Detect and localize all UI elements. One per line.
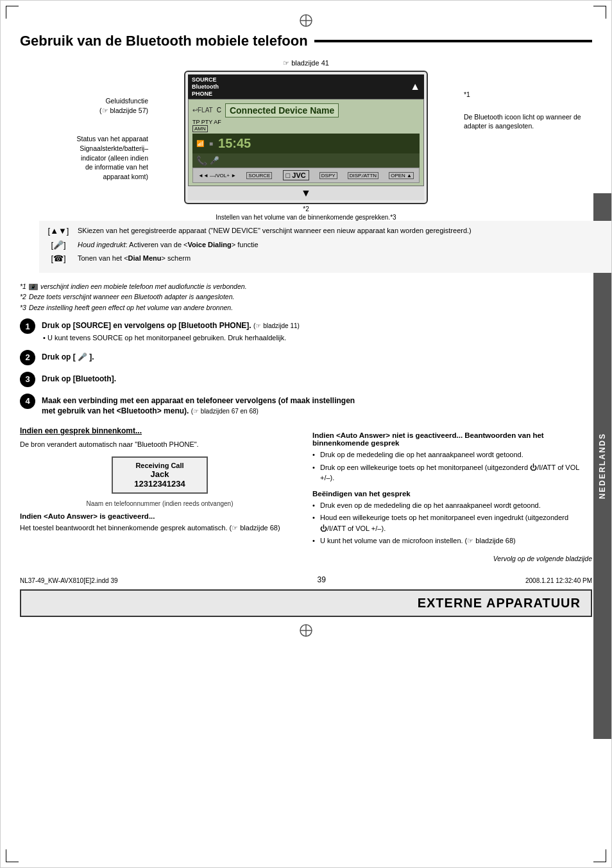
col-right: Indien <Auto Answer> niet is geactiveerd… <box>312 426 592 548</box>
nav-desc-mic: Houd ingedrukt: Activeren van de <Voice … <box>78 240 611 250</box>
step-1-number: 1 <box>20 318 35 334</box>
step-2-strong: Druk op [ 🎤 ]. <box>42 352 94 361</box>
step-3-number: 3 <box>20 372 35 387</box>
status-text: Status van het apparaatSignaalsterkte/ba… <box>77 135 149 180</box>
jvc-logo: □ JVC <box>283 170 309 180</box>
left-section-title: Indien een gesprek binnenkomt... <box>20 426 300 435</box>
down-arrow: ▼ <box>301 187 311 198</box>
bullet-1-1: Druk op een willekeurige toets op het mo… <box>312 462 592 483</box>
dspy-btn: DSPY <box>319 172 337 179</box>
nav-symbol-phone: [☎] <box>39 254 78 263</box>
receiving-call-caption: Naam en telefoonnummer (indien reeds ont… <box>20 500 300 507</box>
left-label-geluidsfunctie: Geluidsfunctie(☞ bladzijde 57) <box>20 96 148 115</box>
device-screen: ↩FLAT C Connected Device Name TP PTY AF … <box>188 99 424 186</box>
bullet-1-0: Druk op de mededeling die op het aanraak… <box>312 449 592 460</box>
reg-mark-br <box>593 849 606 862</box>
houd-text: Houd ingedrukt <box>78 241 126 248</box>
right-title-2: Beëindigen van het gesprek <box>312 490 592 498</box>
title-text: Gebruik van de Bluetooth mobiele telefoo… <box>20 33 308 49</box>
diagram-area: ☞ bladzijde 41 Geluidsfunctie(☞ bladzijd… <box>20 59 592 273</box>
footnote-1-icon: 📱 <box>29 282 38 291</box>
device-icons-row: 📞 🎤 <box>192 153 420 168</box>
amn-label: AMN <box>192 125 208 132</box>
externe-banner-container: EXTERNE APPARATUUR <box>20 589 592 617</box>
col-left: Indien een gesprek binnenkomt... De bron… <box>20 426 300 548</box>
footnote-2: *2 Deze toets verschijnt wanneer een Blu… <box>20 293 592 302</box>
bullets-2: Druk even op de mededeling die op het aa… <box>312 500 592 546</box>
externe-banner: EXTERNE APPARATUUR <box>20 589 592 617</box>
source-btn: SOURCE <box>246 172 272 179</box>
bluetooth-desc: De Bluetooth icoon licht op wanneer de a… <box>464 113 581 130</box>
footnote-1: *1 📱 verschijnt indien een mobiele telef… <box>20 282 592 291</box>
time-area: 📶 ■ 15:45 <box>192 134 420 153</box>
left-labels: Geluidsfunctie(☞ bladzijde 57) Status va… <box>20 71 148 191</box>
receiving-call-number: 12312341234 <box>121 479 199 489</box>
c-label: C <box>217 107 221 114</box>
nav-symbols-area: [▲▼] SKiezen van het geregistreerde appa… <box>39 221 611 272</box>
step-3-strong: Druk op [Bluetooth]. <box>42 374 116 383</box>
screen-top-row: ↩FLAT C Connected Device Name <box>192 102 420 117</box>
receiving-call-name: Jack <box>121 469 199 479</box>
footnotes: *1 📱 verschijnt indien een mobiele telef… <box>20 282 592 313</box>
footnote-3-mark: *3 <box>20 304 26 313</box>
page-container: NEDERLANDS Gebruik van de Bluetooth mobi… <box>0 0 612 868</box>
flat-label: ↩FLAT <box>192 107 213 114</box>
reg-mark-bl <box>6 849 19 862</box>
bullet-2-2: U kunt het volume van de microfoon inste… <box>312 535 592 546</box>
vol-controls: ◄◄ —/VOL+ ► <box>198 173 236 178</box>
auto-answer-active-title: Indien <Auto Answer> is geactiveerd... <box>20 512 300 520</box>
left-label-status: Status van het apparaatSignaalsterkte/ba… <box>20 134 148 181</box>
up-arrow: ▲ <box>410 81 420 92</box>
disp-attn-btn: DISP./ATTN <box>348 172 378 179</box>
right-label-star1: *1 <box>464 90 592 100</box>
nav-row-mic: [🎤] Houd ingedrukt: Activeren van de <Vo… <box>39 240 611 250</box>
tp-label: TP PTY AF <box>192 119 221 125</box>
crosshair-bottom <box>20 623 592 638</box>
steps-area: 1 Druk op [SOURCE] en vervolgens op [Blu… <box>20 318 592 417</box>
mic-symbol: [🎤] <box>51 240 65 250</box>
file-info: NL37-49_KW-AVX810[E]2.indd 39 <box>20 577 118 584</box>
nav-row-arrows: [▲▼] SKiezen van het geregistreerde appa… <box>39 226 611 236</box>
arrows-symbol: [▲▼] <box>48 226 69 236</box>
nav-desc-phone: Tonen van het <Dial Menu> scherm <box>78 254 611 263</box>
battery-icon: ■ <box>209 140 213 147</box>
step-2: 2 Druk op [ 🎤 ]. <box>20 350 592 365</box>
step-2-text: Druk op [ 🎤 ]. <box>42 350 94 363</box>
step-2-number: 2 <box>20 350 35 365</box>
step-3: 3 Druk op [Bluetooth]. <box>20 372 592 387</box>
amn-row: AMN <box>192 125 420 132</box>
phone-symbol: [☎] <box>51 254 65 263</box>
nav-symbol-arrows: [▲▼] <box>39 226 78 236</box>
star1-text: *1 <box>464 91 470 98</box>
footnote-1-text: verschijnt indien een mobiele telefoon m… <box>40 282 247 291</box>
star2-label: *2 <box>303 205 309 213</box>
step-1-sub: • U kunt tevens SOURCE op het monitorpan… <box>43 333 300 343</box>
nav-row-phone: [☎] Tonen van het <Dial Menu> scherm <box>39 254 611 263</box>
step-4: 4 Maak een verbinding met een apparaat e… <box>20 394 592 417</box>
time-display: 15:45 <box>218 136 251 151</box>
star2-note: *2 <box>184 205 428 213</box>
crosshair-top <box>20 13 592 28</box>
right-title-1-text: Indien <Auto Answer> niet is geactiveerd… <box>312 431 544 447</box>
right-label-bluetooth: De Bluetooth icoon licht op wanneer de a… <box>464 112 592 131</box>
step-1-text: Druk op [SOURCE] en vervolgens op [Bluet… <box>42 318 300 343</box>
right-labels: *1 De Bluetooth icoon licht op wanneer d… <box>464 71 592 140</box>
mic-icon: 🎤 <box>210 156 219 165</box>
phone-desc: Tonen van het <Dial Menu> scherm <box>78 254 191 262</box>
sidebar-label: NEDERLANDS <box>598 433 607 499</box>
receiving-call-box: Receiving Call Jack 12312341234 <box>112 456 208 494</box>
footnote-2-mark: *2 <box>20 293 26 302</box>
device-top-bar: SOURCEBluetoothPHONE ▲ <box>188 74 424 99</box>
phone-icon: 📞 <box>196 155 207 166</box>
bullets-1: Druk op de mededeling die op het aanraak… <box>312 449 592 483</box>
nav-symbol-mic: [🎤] <box>39 240 78 250</box>
receiving-call-title: Receiving Call <box>121 462 199 469</box>
step-1: 1 Druk op [SOURCE] en vervolgens op [Blu… <box>20 318 592 343</box>
source-label: SOURCEBluetoothPHONE <box>192 76 219 97</box>
device-bottom-bar: ◄◄ —/VOL+ ► SOURCE □ JVC DSPY DISP./ATTN… <box>192 168 420 183</box>
diagram-with-labels: Geluidsfunctie(☞ bladzijde 57) Status va… <box>20 71 592 221</box>
page-footer: NL37-49_KW-AVX810[E]2.indd 39 39 2008.1.… <box>20 575 592 584</box>
star3-note: Instellen van het volume van de binnenko… <box>184 214 428 221</box>
bladzijde-ref: ☞ bladzijde 41 <box>20 59 592 67</box>
step-1-strong: Druk op [SOURCE] en vervolgens op [Bluet… <box>42 321 251 330</box>
